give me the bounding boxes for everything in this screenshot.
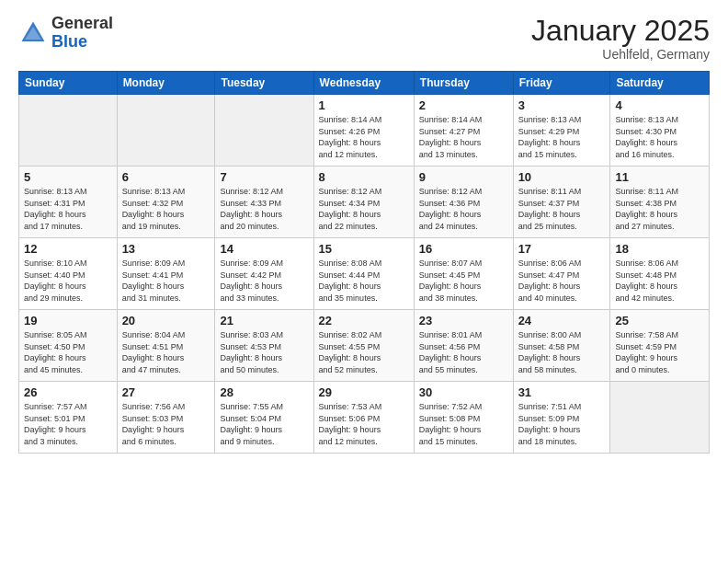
day-number: 19	[24, 314, 112, 327]
calendar-cell: 22Sunrise: 8:02 AM Sunset: 4:55 PM Dayli…	[313, 310, 414, 382]
day-number: 3	[518, 98, 606, 112]
day-number: 7	[220, 170, 308, 184]
day-info: Sunrise: 8:01 AM Sunset: 4:56 PM Dayligh…	[419, 329, 508, 375]
day-number: 21	[220, 314, 308, 327]
calendar-header-row: SundayMondayTuesdayWednesdayThursdayFrid…	[19, 72, 710, 95]
location: Uehlfeld, Germany	[531, 47, 710, 62]
day-info: Sunrise: 7:51 AM Sunset: 5:09 PM Dayligh…	[518, 401, 606, 447]
day-info: Sunrise: 8:13 AM Sunset: 4:30 PM Dayligh…	[615, 114, 704, 160]
title-block: January 2025 Uehlfeld, Germany	[531, 15, 710, 62]
calendar-cell: 31Sunrise: 7:51 AM Sunset: 5:09 PM Dayli…	[513, 382, 610, 454]
calendar-week-row: 1Sunrise: 8:14 AM Sunset: 4:26 PM Daylig…	[19, 95, 710, 167]
calendar-week-row: 5Sunrise: 8:13 AM Sunset: 4:31 PM Daylig…	[19, 167, 710, 238]
day-info: Sunrise: 8:13 AM Sunset: 4:32 PM Dayligh…	[122, 186, 210, 232]
calendar-cell: 13Sunrise: 8:09 AM Sunset: 4:41 PM Dayli…	[117, 238, 215, 310]
calendar-week-row: 12Sunrise: 8:10 AM Sunset: 4:40 PM Dayli…	[19, 238, 710, 310]
logo: General Blue	[18, 15, 113, 52]
day-info: Sunrise: 8:07 AM Sunset: 4:45 PM Dayligh…	[419, 258, 508, 304]
weekday-header: Tuesday	[215, 72, 313, 95]
day-number: 2	[419, 98, 508, 112]
day-number: 23	[419, 314, 508, 327]
calendar-cell: 20Sunrise: 8:04 AM Sunset: 4:51 PM Dayli…	[117, 310, 215, 382]
weekday-header: Thursday	[414, 72, 513, 95]
day-number: 5	[24, 170, 112, 184]
calendar-week-row: 19Sunrise: 8:05 AM Sunset: 4:50 PM Dayli…	[19, 310, 710, 382]
calendar-cell: 23Sunrise: 8:01 AM Sunset: 4:56 PM Dayli…	[414, 310, 513, 382]
calendar-cell	[215, 95, 313, 167]
calendar-cell: 18Sunrise: 8:06 AM Sunset: 4:48 PM Dayli…	[610, 238, 710, 310]
calendar-cell: 25Sunrise: 7:58 AM Sunset: 4:59 PM Dayli…	[610, 310, 710, 382]
calendar-cell: 26Sunrise: 7:57 AM Sunset: 5:01 PM Dayli…	[19, 382, 118, 454]
day-number: 24	[518, 314, 606, 327]
day-info: Sunrise: 8:03 AM Sunset: 4:53 PM Dayligh…	[220, 329, 308, 375]
day-number: 29	[319, 385, 409, 399]
calendar-cell: 7Sunrise: 8:12 AM Sunset: 4:33 PM Daylig…	[215, 167, 313, 238]
page: General Blue January 2025 Uehlfeld, Germ…	[0, 0, 728, 563]
day-info: Sunrise: 7:53 AM Sunset: 5:06 PM Dayligh…	[319, 401, 409, 447]
day-info: Sunrise: 8:04 AM Sunset: 4:51 PM Dayligh…	[122, 329, 210, 375]
day-number: 18	[615, 242, 704, 256]
day-info: Sunrise: 8:10 AM Sunset: 4:40 PM Dayligh…	[24, 258, 112, 304]
day-info: Sunrise: 7:57 AM Sunset: 5:01 PM Dayligh…	[24, 401, 112, 447]
day-info: Sunrise: 8:06 AM Sunset: 4:47 PM Dayligh…	[518, 258, 606, 304]
day-info: Sunrise: 7:56 AM Sunset: 5:03 PM Dayligh…	[122, 401, 210, 447]
day-info: Sunrise: 8:09 AM Sunset: 4:41 PM Dayligh…	[122, 258, 210, 304]
day-info: Sunrise: 8:14 AM Sunset: 4:26 PM Dayligh…	[319, 114, 409, 160]
day-number: 25	[615, 314, 704, 327]
day-number: 22	[319, 314, 409, 327]
day-info: Sunrise: 8:13 AM Sunset: 4:29 PM Dayligh…	[518, 114, 606, 160]
calendar-cell: 8Sunrise: 8:12 AM Sunset: 4:34 PM Daylig…	[313, 167, 414, 238]
calendar-week-row: 26Sunrise: 7:57 AM Sunset: 5:01 PM Dayli…	[19, 382, 710, 454]
day-number: 13	[122, 242, 210, 256]
day-number: 6	[122, 170, 210, 184]
calendar-cell: 1Sunrise: 8:14 AM Sunset: 4:26 PM Daylig…	[313, 95, 414, 167]
calendar-cell: 11Sunrise: 8:11 AM Sunset: 4:38 PM Dayli…	[610, 167, 710, 238]
calendar-cell: 6Sunrise: 8:13 AM Sunset: 4:32 PM Daylig…	[117, 167, 215, 238]
calendar-cell: 14Sunrise: 8:09 AM Sunset: 4:42 PM Dayli…	[215, 238, 313, 310]
logo-general: General	[51, 14, 113, 32]
day-number: 16	[419, 242, 508, 256]
day-number: 30	[419, 385, 508, 399]
calendar-cell: 9Sunrise: 8:12 AM Sunset: 4:36 PM Daylig…	[414, 167, 513, 238]
logo-text: General Blue	[51, 15, 113, 52]
day-number: 1	[319, 98, 409, 112]
calendar: SundayMondayTuesdayWednesdayThursdayFrid…	[18, 71, 710, 454]
day-info: Sunrise: 8:14 AM Sunset: 4:27 PM Dayligh…	[419, 114, 508, 160]
calendar-cell: 21Sunrise: 8:03 AM Sunset: 4:53 PM Dayli…	[215, 310, 313, 382]
day-info: Sunrise: 8:12 AM Sunset: 4:34 PM Dayligh…	[319, 186, 409, 232]
day-number: 4	[615, 98, 704, 112]
logo-blue: Blue	[51, 32, 87, 51]
calendar-cell: 3Sunrise: 8:13 AM Sunset: 4:29 PM Daylig…	[513, 95, 610, 167]
day-info: Sunrise: 8:11 AM Sunset: 4:38 PM Dayligh…	[615, 186, 704, 232]
calendar-cell: 2Sunrise: 8:14 AM Sunset: 4:27 PM Daylig…	[414, 95, 513, 167]
day-info: Sunrise: 8:11 AM Sunset: 4:37 PM Dayligh…	[518, 186, 606, 232]
day-number: 20	[122, 314, 210, 327]
calendar-cell: 30Sunrise: 7:52 AM Sunset: 5:08 PM Dayli…	[414, 382, 513, 454]
day-number: 11	[615, 170, 704, 184]
calendar-cell	[610, 382, 710, 454]
calendar-cell: 10Sunrise: 8:11 AM Sunset: 4:37 PM Dayli…	[513, 167, 610, 238]
day-info: Sunrise: 7:58 AM Sunset: 4:59 PM Dayligh…	[615, 329, 704, 375]
day-info: Sunrise: 8:12 AM Sunset: 4:36 PM Dayligh…	[419, 186, 508, 232]
calendar-cell	[117, 95, 215, 167]
weekday-header: Monday	[117, 72, 215, 95]
header: General Blue January 2025 Uehlfeld, Germ…	[18, 15, 710, 62]
day-number: 10	[518, 170, 606, 184]
calendar-cell: 24Sunrise: 8:00 AM Sunset: 4:58 PM Dayli…	[513, 310, 610, 382]
day-info: Sunrise: 8:02 AM Sunset: 4:55 PM Dayligh…	[319, 329, 409, 375]
day-number: 31	[518, 385, 606, 399]
day-number: 15	[319, 242, 409, 256]
calendar-cell: 17Sunrise: 8:06 AM Sunset: 4:47 PM Dayli…	[513, 238, 610, 310]
month-title: January 2025	[531, 15, 710, 47]
day-info: Sunrise: 8:12 AM Sunset: 4:33 PM Dayligh…	[220, 186, 308, 232]
day-number: 8	[319, 170, 409, 184]
calendar-cell: 12Sunrise: 8:10 AM Sunset: 4:40 PM Dayli…	[19, 238, 118, 310]
day-number: 17	[518, 242, 606, 256]
day-info: Sunrise: 8:13 AM Sunset: 4:31 PM Dayligh…	[24, 186, 112, 232]
calendar-cell: 27Sunrise: 7:56 AM Sunset: 5:03 PM Dayli…	[117, 382, 215, 454]
calendar-cell: 29Sunrise: 7:53 AM Sunset: 5:06 PM Dayli…	[313, 382, 414, 454]
day-info: Sunrise: 8:08 AM Sunset: 4:44 PM Dayligh…	[319, 258, 409, 304]
calendar-cell: 4Sunrise: 8:13 AM Sunset: 4:30 PM Daylig…	[610, 95, 710, 167]
logo-icon	[18, 18, 48, 48]
day-info: Sunrise: 8:09 AM Sunset: 4:42 PM Dayligh…	[220, 258, 308, 304]
